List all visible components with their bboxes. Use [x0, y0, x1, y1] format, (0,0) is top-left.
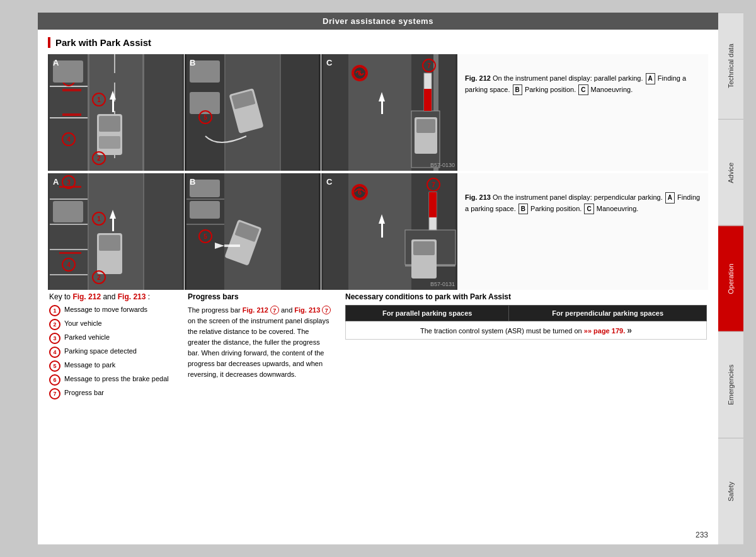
fig212-box-b: B — [513, 84, 522, 96]
progress-fig212-ref: Fig. 212 — [243, 306, 268, 314]
fig213-svg-a: 1 2 3 4 — [48, 173, 184, 290]
svg-rect-61 — [59, 252, 81, 254]
fig213-panel-c: C — [321, 173, 457, 290]
key-item-6: 6 Message to press the brake pedal — [49, 374, 175, 386]
key-item-1: 1 Message to move forwards — [49, 305, 175, 316]
key-badge-7: 7 — [49, 388, 60, 399]
svg-rect-91 — [413, 241, 435, 255]
progress-num7-badge2: 7 — [322, 306, 331, 314]
progress-text: The progress bar Fig. 212 7 and Fig. 213… — [188, 305, 333, 380]
svg-rect-11 — [62, 113, 81, 116]
key-section: Key to Fig. 212 and Fig. 213 : 1 Message… — [49, 292, 175, 402]
fig213-svg-b: 5 — [185, 173, 321, 290]
svg-rect-94 — [381, 224, 383, 238]
conditions-title: Necessary conditions to park with Park A… — [345, 292, 707, 301]
svg-rect-16 — [112, 100, 114, 112]
svg-rect-77 — [186, 224, 224, 225]
svg-rect-65 — [112, 219, 114, 231]
fig213-svg-c: 6 7 — [321, 173, 457, 290]
svg-rect-50 — [424, 89, 432, 111]
svg-rect-29 — [280, 54, 281, 171]
svg-text:6: 6 — [358, 70, 362, 77]
svg-rect-10 — [62, 89, 81, 91]
key-title: Key to Fig. 212 and Fig. 213 : — [49, 292, 175, 301]
fig213-c-label: C — [326, 177, 332, 187]
sidebar-tab-technical[interactable]: Technical data — [718, 13, 743, 119]
sidebar-tab-emergencies[interactable]: Emergencies — [718, 331, 743, 438]
svg-rect-79 — [190, 201, 220, 219]
header-title: Driver assistance systems — [323, 16, 433, 26]
sidebar-tab-safety[interactable]: Safety — [718, 438, 743, 544]
bottom-area: Key to Fig. 212 and Fig. 213 : 1 Message… — [48, 292, 708, 402]
key-badge-4: 4 — [49, 347, 60, 358]
conditions-link: »» page 179. — [584, 327, 625, 335]
conditions-section: Necessary conditions to park with Park A… — [345, 292, 707, 402]
fig212-panel-c: C — [321, 54, 457, 171]
fig212-panel-b: B — [185, 54, 321, 171]
svg-text:6: 6 — [358, 189, 362, 196]
key-fig212-ref: Fig. 212 — [72, 292, 101, 301]
fig212-panel-a: A — [48, 54, 184, 171]
key-item-2: 2 Your vehicle — [49, 319, 175, 330]
fig212-watermark: B57-0130 — [430, 162, 455, 168]
svg-text:5: 5 — [203, 114, 207, 121]
fig213-row: A — [48, 173, 708, 290]
fig212-svg-b: 5 — [185, 54, 321, 171]
svg-rect-60 — [59, 186, 81, 188]
svg-rect-9 — [50, 117, 88, 118]
right-sidebar: Technical data Advice Operation Emergenc… — [718, 13, 743, 544]
conditions-row1: The traction control system (ASR) must b… — [346, 321, 707, 340]
key-badge-1: 1 — [49, 305, 60, 316]
key-item-5: 5 Message to park — [49, 360, 175, 372]
svg-rect-13 — [99, 116, 120, 132]
svg-rect-3 — [142, 54, 144, 171]
svg-rect-44 — [381, 101, 383, 114]
svg-rect-100 — [429, 192, 437, 217]
progress-title: Progress bars — [188, 292, 333, 301]
svg-text:2: 2 — [97, 274, 101, 281]
fig213-box-b: B — [518, 204, 528, 215]
conditions-arrow: » — [627, 325, 632, 335]
conditions-col1-header: For parallel parking spaces — [346, 306, 509, 321]
fig213-a-label: A — [53, 177, 59, 187]
fig212-c-label: C — [326, 58, 332, 67]
fig212-b-label: B — [190, 58, 195, 67]
fig213-watermark: B57-0131 — [430, 281, 455, 287]
fig212-caption: Fig. 212 On the instrument panel display… — [457, 54, 708, 171]
svg-text:5: 5 — [203, 233, 207, 240]
svg-rect-4 — [114, 54, 115, 73]
svg-text:3: 3 — [67, 179, 71, 186]
conditions-table: For parallel parking spaces For perpendi… — [345, 305, 707, 340]
svg-text:1: 1 — [97, 96, 101, 103]
fig213-panel-b: B — [185, 173, 321, 290]
page-container: Driver assistance systems Technical data… — [38, 13, 718, 544]
svg-text:4: 4 — [67, 136, 71, 143]
svg-rect-57 — [50, 249, 88, 250]
page-number: 233 — [696, 531, 708, 539]
conditions-col2-header: For perpendicular parking spaces — [509, 306, 707, 321]
progress-num7-badge1: 7 — [270, 306, 279, 314]
key-item-3: 3 Parked vehicle — [49, 333, 175, 344]
fig213-caption: Fig. 213 On the instrument panel display… — [457, 173, 708, 290]
svg-text:1: 1 — [97, 215, 101, 222]
svg-rect-83 — [224, 244, 240, 247]
key-badge-2: 2 — [49, 319, 60, 330]
fig212-a-label: A — [53, 58, 59, 67]
fig213-box-a: A — [665, 192, 675, 204]
svg-text:7: 7 — [427, 62, 431, 69]
key-fig213-ref: Fig. 213 — [118, 292, 146, 301]
fig213-box-c: C — [584, 204, 593, 215]
fig212-row: A — [48, 54, 708, 171]
header-bar: Driver assistance systems — [38, 13, 718, 30]
svg-rect-41 — [416, 119, 435, 133]
sidebar-tab-advice[interactable]: Advice — [718, 119, 743, 226]
fig212-label: Fig. 212 — [465, 74, 491, 82]
fig213-panel-a: A — [48, 173, 184, 290]
svg-rect-2 — [88, 54, 89, 171]
svg-rect-56 — [50, 224, 88, 225]
key-item-4: 4 Parking space detected — [49, 347, 175, 358]
svg-rect-14 — [99, 136, 120, 149]
svg-rect-63 — [99, 235, 120, 251]
sidebar-tab-operation[interactable]: Operation — [718, 226, 743, 332]
svg-rect-54 — [143, 173, 144, 290]
